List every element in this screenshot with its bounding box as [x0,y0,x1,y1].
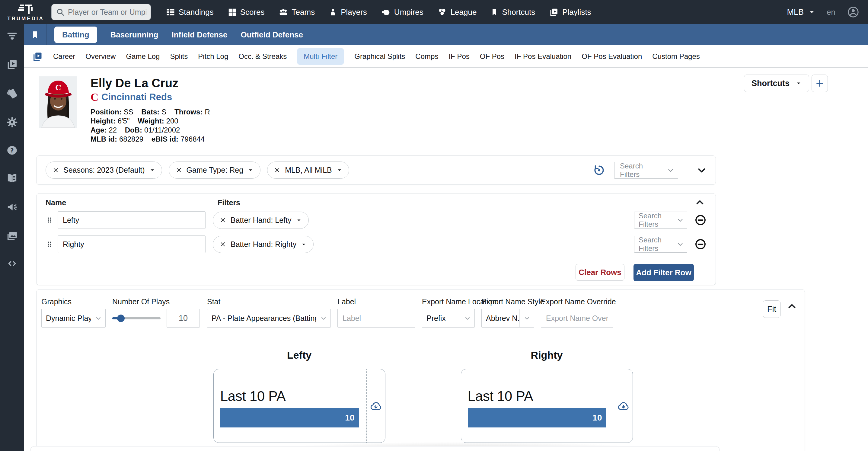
tab-overview[interactable]: Overview [85,52,116,61]
filter-chip-game-type[interactable]: Game Type: Reg [169,161,261,179]
code-icon[interactable] [6,259,19,269]
tab-splits[interactable]: Splits [170,52,188,61]
tab-of-pos[interactable]: OF Pos [480,52,504,61]
graphics-select[interactable]: Dynamic Play... [41,309,105,328]
media-images-icon[interactable] [6,230,19,242]
name-column-header: Name [45,198,218,207]
league-selector[interactable]: MLB [787,7,815,17]
close-icon[interactable] [53,167,59,173]
filter-chip-level[interactable]: MLB, All MiLB [267,161,349,179]
tab-of-pos-evaluation[interactable]: OF Pos Evaluation [582,52,642,61]
bookmark-icon[interactable] [31,30,39,39]
remove-row-icon[interactable] [694,214,707,226]
nav-teams[interactable]: Teams [279,7,315,17]
close-icon[interactable] [220,241,226,247]
export-name-override-input[interactable] [541,309,613,328]
fit-button[interactable]: Fit [763,300,781,318]
add-filter-row-button[interactable]: Add Filter Row [633,264,694,281]
row-filter-chip[interactable]: Batter Hand: Righty [213,236,314,253]
global-search[interactable] [51,4,151,20]
nav-umpires[interactable]: Umpires [381,7,424,17]
download-strip[interactable] [614,369,632,443]
remove-row-icon[interactable] [694,238,707,250]
caret-down-icon[interactable] [296,217,302,223]
caret-down-icon[interactable] [337,167,342,173]
user-account-icon[interactable] [847,6,860,19]
nav-players[interactable]: Players [329,7,367,17]
tab-batting[interactable]: Batting [54,27,97,43]
stat-select[interactable]: PA - Plate Appearances (Batting/Umpi... [207,309,331,328]
trumedia-logo[interactable]: TRUMEDIA [0,3,51,22]
chevron-down-icon [460,309,474,327]
export-name-style-select[interactable]: Abbrev N... [482,309,534,328]
tab-custom-pages[interactable]: Custom Pages [652,52,700,61]
add-shortcut-button[interactable] [812,74,828,92]
plays-count-input[interactable] [166,309,200,328]
download-strip[interactable] [366,369,385,443]
search-filters-dropdown[interactable]: Search Filters [634,212,687,229]
locale-label[interactable]: en [827,7,835,17]
chip-label: Batter Hand: Righty [230,240,297,249]
player-team[interactable]: C Cincinnati Reds [91,92,216,102]
collapse-graphics-chevron[interactable] [787,302,797,311]
brand-text: TRUMEDIA [7,16,44,22]
tab-graphical-splits[interactable]: Graphical Splits [354,52,405,61]
tab-if-pos[interactable]: IF Pos [448,52,469,61]
chip-label: Batter Hand: Lefty [230,216,291,224]
section-tab-bar: Batting Baserunning Infield Defense Outf… [24,24,868,45]
label-input[interactable] [337,309,415,328]
tab-if-pos-evaluation[interactable]: IF Pos Evaluation [515,52,571,61]
nav-label: Teams [292,7,315,17]
caret-down-icon [809,9,815,16]
close-icon[interactable] [176,167,182,173]
nav-label: League [451,7,477,17]
caret-down-icon[interactable] [301,241,307,247]
filter-chip-seasons[interactable]: Seasons: 2023 (Default) [45,161,162,179]
caret-down-icon[interactable] [149,167,155,173]
export-name-location-select[interactable]: Prefix [422,309,475,328]
nav-shortcuts[interactable]: Shortcuts [490,7,535,17]
drag-handle-icon[interactable] [45,240,58,249]
tab-baserunning[interactable]: Baserunning [111,30,158,39]
nav-playlists[interactable]: Playlists [549,7,591,17]
tab-multi-filter[interactable]: Multi-Filter [297,48,344,65]
playlists-icon [549,7,559,17]
tab-comps[interactable]: Comps [415,52,438,61]
team-name[interactable]: Cincinnati Reds [101,92,172,102]
tab-career[interactable]: Career [53,52,75,61]
nav-standings[interactable]: Standings [166,7,214,17]
gear-icon[interactable] [6,116,18,128]
chart-righty: Righty Last 10 PA 10 [461,349,633,443]
close-icon[interactable] [220,217,226,223]
shortcuts-dropdown-button[interactable]: Shortcuts [744,74,809,92]
tab-pitch-log[interactable]: Pitch Log [198,52,228,61]
nav-league[interactable]: League [437,7,477,17]
plays-slider[interactable] [112,317,161,320]
close-icon[interactable] [274,167,280,173]
row-name-input[interactable] [58,236,206,253]
filter-icon[interactable] [6,30,18,42]
tab-occ-streaks[interactable]: Occ. & Streaks [239,52,287,61]
tab-infield-defense[interactable]: Infield Defense [172,30,227,39]
search-filters-dropdown[interactable]: Search Filters [614,162,678,179]
video-playlists-icon[interactable] [6,58,18,70]
video-playlist-icon[interactable] [32,51,43,62]
row-filter-chip[interactable]: Batter Hand: Lefty [213,212,309,229]
tab-game-log[interactable]: Game Log [126,52,160,61]
slider-thumb[interactable] [117,314,125,322]
tab-outfield-defense[interactable]: Outfield Defense [241,30,303,39]
caret-down-icon[interactable] [248,167,253,173]
nav-scores[interactable]: Scores [227,7,265,17]
filter-history-icon[interactable] [593,164,605,176]
glossary-book-icon[interactable] [6,172,19,184]
help-icon[interactable]: ? [6,145,18,156]
search-input[interactable] [68,8,146,17]
cards-icon[interactable] [6,87,19,100]
drag-handle-icon[interactable] [45,215,58,224]
row-name-input[interactable] [58,211,206,229]
megaphone-icon[interactable] [6,201,19,213]
search-filters-dropdown[interactable]: Search Filters [634,236,687,253]
expand-toolbar-chevron[interactable] [697,166,707,175]
clear-rows-button[interactable]: Clear Rows [576,264,624,281]
collapse-panel-chevron[interactable] [695,198,705,207]
